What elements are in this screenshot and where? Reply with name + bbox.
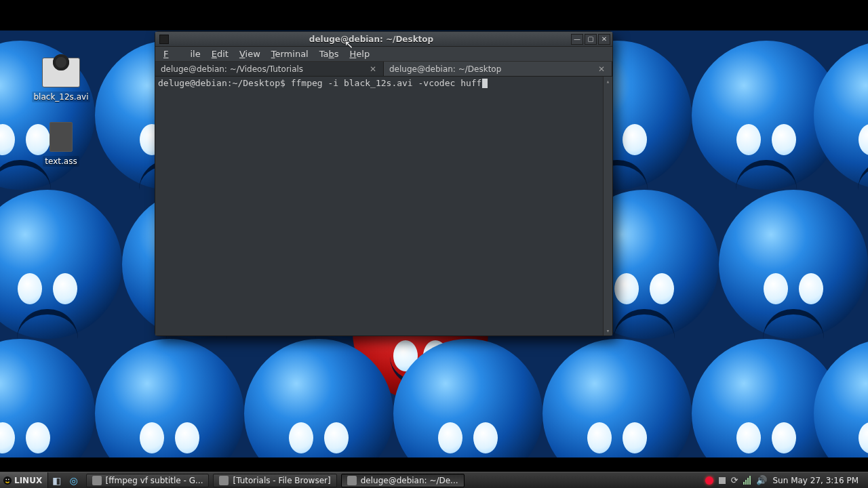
menu-help[interactable]: Help [344, 47, 376, 60]
tab-close-icon[interactable]: ✕ [368, 64, 378, 74]
taskbar-button[interactable]: deluge@debian: ~/De... [341, 474, 465, 487]
terminal-scrollbar[interactable]: ▴ ▾ [603, 77, 612, 336]
menu-bar: File Edit View Terminal Tabs Help [155, 47, 612, 62]
svg-point-1 [5, 479, 7, 480]
tab-label: deluge@debian: ~/Videos/Tutorials [161, 64, 303, 74]
taskbar-button-label: [ffmpeg vf subtitle - G... [106, 476, 203, 485]
tab-label: deluge@debian: ~/Desktop [389, 64, 501, 74]
video-file-icon [42, 58, 80, 87]
clock[interactable]: Sun May 27, 3:16 PM [772, 476, 863, 485]
network-icon[interactable] [743, 476, 751, 485]
terminal-app-icon [159, 35, 169, 44]
window-titlebar[interactable]: deluge@debian: ~/Desktop — ▢ ✕ [155, 32, 612, 47]
desktop-icon-label: text.ass [43, 156, 79, 167]
terminal-tabs: deluge@debian: ~/Videos/Tutorials ✕ delu… [155, 62, 612, 77]
desktop-icon-label: black_12s.avi [32, 92, 91, 102]
volume-icon[interactable]: 🔊 [756, 475, 767, 485]
close-button[interactable]: ✕ [598, 34, 610, 45]
taskbar-button[interactable]: [ffmpeg vf subtitle - G... [86, 474, 210, 487]
window-title: deluge@debian: ~/Desktop [173, 35, 570, 44]
taskbar-button-label: deluge@debian: ~/De... [361, 476, 458, 485]
terminal-window[interactable]: deluge@debian: ~/Desktop — ▢ ✕ File Edit… [155, 31, 613, 336]
scroll-down-icon[interactable]: ▾ [604, 326, 612, 336]
terminal-command: ffmpeg -i black_12s.avi -vcodec huff [291, 78, 482, 88]
tab-close-icon[interactable]: ✕ [597, 64, 606, 74]
taskbar-button[interactable]: [Tutorials - File Browser] [213, 474, 336, 487]
taskbar: LINUX ◧ ◎ [ffmpeg vf subtitle - G... [Tu… [0, 472, 868, 488]
update-icon[interactable]: ⟳ [731, 475, 738, 485]
terminal-prompt: deluge@debian:~/Desktop$ [158, 78, 291, 88]
launcher-show-desktop[interactable]: ◧ [48, 475, 65, 486]
record-icon[interactable] [705, 476, 713, 485]
letterbox-top [0, 0, 868, 30]
app-icon [347, 476, 357, 485]
terminal-cursor [482, 79, 488, 88]
launcher-browser[interactable]: ◎ [65, 475, 81, 486]
menu-tabs[interactable]: Tabs [314, 47, 344, 60]
svg-point-0 [3, 476, 12, 484]
terminal-tab[interactable]: deluge@debian: ~/Videos/Tutorials ✕ [155, 62, 384, 76]
terminal-tab[interactable]: deluge@debian: ~/Desktop ✕ [384, 62, 612, 76]
minimize-button[interactable]: — [571, 34, 583, 45]
text-file-icon [50, 122, 73, 152]
taskbar-button-label: [Tutorials - File Browser] [233, 476, 330, 485]
start-menu-button[interactable]: LINUX [0, 472, 48, 488]
app-icon [219, 476, 229, 485]
svg-point-2 [8, 479, 9, 480]
system-tray: ⟳ 🔊 Sun May 27, 3:16 PM [700, 472, 868, 488]
stop-icon[interactable] [719, 477, 726, 484]
menu-terminal[interactable]: Terminal [266, 47, 314, 60]
menu-edit[interactable]: Edit [206, 47, 234, 60]
start-label: LINUX [14, 476, 42, 485]
desktop-icon-video[interactable]: black_12s.avi [27, 58, 95, 102]
maximize-button[interactable]: ▢ [585, 34, 597, 45]
app-icon [92, 476, 102, 485]
menu-file[interactable]: File [158, 47, 206, 60]
menu-view[interactable]: View [234, 47, 266, 60]
desktop-icon-text[interactable]: text.ass [27, 122, 95, 167]
linux-logo-icon [3, 476, 12, 485]
terminal-body[interactable]: deluge@debian:~/Desktop$ ffmpeg -i black… [155, 77, 612, 336]
scroll-up-icon[interactable]: ▴ [604, 77, 612, 86]
